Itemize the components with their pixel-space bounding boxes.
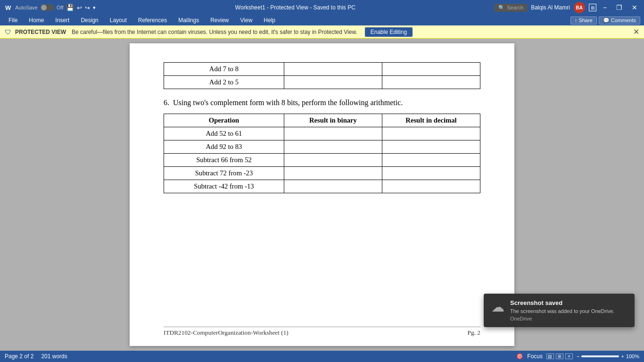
notification-link[interactable]: OneDrive bbox=[510, 316, 627, 321]
tab-references[interactable]: References bbox=[133, 16, 172, 25]
tab-review[interactable]: Review bbox=[206, 16, 233, 25]
row4-decimal bbox=[382, 167, 480, 180]
row2-decimal bbox=[382, 140, 480, 154]
comment-icon: 💬 bbox=[603, 17, 611, 23]
tab-layout[interactable]: Layout bbox=[105, 16, 132, 25]
title-bar-left: W AutoSave Off 💾 ↩ ↪ ▾ bbox=[4, 4, 96, 12]
col-operation-header: Operation bbox=[164, 114, 284, 127]
row2-op: Add 92 to 83 bbox=[164, 140, 284, 154]
view-icons: ▤ ⊞ ≡ bbox=[546, 354, 573, 359]
status-bar: Page 2 of 2 201 words 🎯 Focus ▤ ⊞ ≡ − + … bbox=[0, 351, 644, 362]
tab-design[interactable]: Design bbox=[76, 16, 103, 25]
row4-binary bbox=[284, 167, 382, 180]
tab-file[interactable]: File bbox=[4, 16, 22, 25]
question6-number: 6. bbox=[164, 99, 169, 107]
tab-mailings[interactable]: Mailings bbox=[173, 16, 204, 25]
save-icon[interactable]: 💾 bbox=[66, 4, 74, 11]
table-row: Add 92 to 83 bbox=[164, 140, 480, 154]
document-title: Worksheet1 - Protected View - Saved to t… bbox=[235, 4, 355, 11]
search-icon: 🔍 bbox=[498, 5, 505, 11]
tab-view[interactable]: View bbox=[236, 16, 257, 25]
user-avatar: BA bbox=[574, 2, 585, 13]
ribbon: File Home Insert Design Layout Reference… bbox=[0, 15, 644, 25]
print-layout-icon[interactable]: ▤ bbox=[546, 354, 554, 359]
zoom-slider-track[interactable] bbox=[581, 355, 619, 357]
row2-binary bbox=[284, 140, 382, 154]
prev-row2-binary bbox=[284, 76, 382, 89]
page-info: Page 2 of 2 bbox=[5, 353, 33, 360]
row3-binary bbox=[284, 154, 382, 167]
comments-button[interactable]: 💬 Comments bbox=[599, 16, 640, 25]
row3-op: Subtract 66 from 52 bbox=[164, 154, 284, 167]
layout-icon[interactable]: ⊞ bbox=[589, 4, 596, 11]
protected-text: Be careful—files from the Internet can c… bbox=[72, 29, 357, 35]
shield-icon: 🛡 bbox=[5, 28, 11, 36]
row1-decimal bbox=[382, 127, 480, 140]
notification-body: The screenshot was added to your OneDriv… bbox=[510, 308, 627, 314]
table-row: Add 2 to 5 bbox=[164, 76, 480, 89]
col-decimal-header: Result in decimal bbox=[382, 114, 480, 127]
document-area: Add 7 to 8 Add 2 to 5 6. Using two's com… bbox=[0, 39, 644, 351]
col-binary-header: Result in binary bbox=[284, 114, 382, 127]
question6-text: 6. Using two's complement form with 8 bi… bbox=[164, 99, 480, 107]
footer-filename: ITDR2102-ComputerOrganization-Worksheet … bbox=[164, 329, 289, 337]
table-header-row: Operation Result in binary Result in dec… bbox=[164, 114, 480, 127]
prev-row1-decimal bbox=[382, 63, 480, 76]
document-footer: ITDR2102-ComputerOrganization-Worksheet … bbox=[164, 327, 480, 337]
row5-op: Subtract -42 from -13 bbox=[164, 180, 284, 193]
word-count: 201 words bbox=[41, 353, 67, 360]
title-bar: W AutoSave Off 💾 ↩ ↪ ▾ Worksheet1 - Prot… bbox=[0, 0, 644, 15]
question6-table: Operation Result in binary Result in dec… bbox=[164, 114, 480, 193]
search-placeholder[interactable]: Search bbox=[507, 5, 523, 10]
document-page: Add 7 to 8 Add 2 to 5 6. Using two's com… bbox=[130, 43, 514, 346]
restore-button[interactable]: ❐ bbox=[613, 4, 625, 11]
autosave-toggle[interactable] bbox=[41, 4, 54, 11]
status-bar-right: 🎯 Focus ▤ ⊞ ≡ − + 100% bbox=[516, 353, 639, 360]
prev-row1-op: Add 7 to 8 bbox=[164, 63, 284, 76]
table-row: Add 7 to 8 bbox=[164, 63, 480, 76]
title-bar-right: 🔍 Search Balqis Al Mamri BA ⊞ − ❐ ✕ bbox=[495, 2, 640, 13]
tab-help[interactable]: Help bbox=[259, 16, 280, 25]
share-button[interactable]: ↑ Share bbox=[570, 16, 597, 25]
ribbon-actions: ↑ Share 💬 Comments bbox=[570, 16, 640, 25]
autosave-state: Off bbox=[57, 5, 63, 10]
row4-op: Subtract 72 from -23 bbox=[164, 167, 284, 180]
zoom-percent: 100% bbox=[626, 354, 639, 359]
tab-insert[interactable]: Insert bbox=[50, 16, 74, 25]
protected-view-bar: 🛡 PROTECTED VIEW Be careful—files from t… bbox=[0, 25, 644, 39]
notification-title: Screenshot saved bbox=[510, 299, 627, 306]
prev-table: Add 7 to 8 Add 2 to 5 bbox=[164, 62, 480, 89]
notification-toast: ☁ Screenshot saved The screenshot was ad… bbox=[484, 294, 635, 327]
table-row: Subtract 66 from 52 bbox=[164, 154, 480, 167]
prev-row1-binary bbox=[284, 63, 382, 76]
row1-op: Add 52 to 61 bbox=[164, 127, 284, 140]
footer-page: Pg. 2 bbox=[468, 329, 480, 337]
protected-label: PROTECTED VIEW bbox=[15, 29, 66, 35]
close-protected-view-button[interactable]: ✕ bbox=[633, 27, 639, 36]
web-layout-icon[interactable]: ⊞ bbox=[556, 354, 563, 359]
enable-editing-button[interactable]: Enable Editing bbox=[365, 27, 413, 37]
focus-icon: 🎯 bbox=[516, 353, 523, 360]
tab-home[interactable]: Home bbox=[24, 16, 49, 25]
cloud-icon: ☁ bbox=[491, 299, 504, 315]
row5-decimal bbox=[382, 180, 480, 193]
minimize-button[interactable]: − bbox=[600, 4, 610, 11]
notification-content: Screenshot saved The screenshot was adde… bbox=[510, 299, 627, 321]
table-row: Subtract -42 from -13 bbox=[164, 180, 480, 193]
zoom-in-icon[interactable]: + bbox=[621, 354, 624, 359]
undo-icon[interactable]: ↩ bbox=[77, 4, 82, 11]
zoom-controls: − + 100% bbox=[577, 354, 639, 359]
question6-description: Using two's complement form with 8 bits,… bbox=[173, 99, 403, 107]
focus-label[interactable]: Focus bbox=[527, 353, 543, 360]
redo-icon[interactable]: ↪ bbox=[85, 4, 90, 11]
prev-table-container: Add 7 to 8 Add 2 to 5 bbox=[164, 62, 480, 89]
autosave-label: AutoSave bbox=[15, 5, 38, 10]
row1-binary bbox=[284, 127, 382, 140]
user-name: Balqis Al Mamri bbox=[531, 4, 570, 11]
prev-row2-op: Add 2 to 5 bbox=[164, 76, 284, 89]
word-logo-icon: W bbox=[4, 4, 12, 12]
close-button[interactable]: ✕ bbox=[629, 4, 640, 11]
outline-icon[interactable]: ≡ bbox=[565, 354, 573, 359]
zoom-out-icon[interactable]: − bbox=[577, 354, 579, 359]
table-row: Subtract 72 from -23 bbox=[164, 167, 480, 180]
